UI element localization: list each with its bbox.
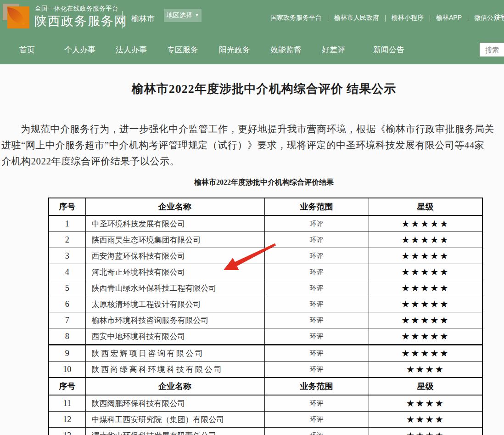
cell-no: 10 [49,362,85,378]
register-link[interactable]: 注册 [494,13,504,23]
table-row: 6 太原核清环境工程设计有限公司 环评 ★★★★★ [49,296,482,312]
cell-star-rating: ★★★★★ [369,345,482,362]
column-header-scope: 业务范围 [264,378,369,395]
column-header-no: 序号 [49,198,85,215]
cell-no: 6 [49,296,85,312]
column-header-stars: 星级 [369,378,482,395]
cell-company-name: 河北奇正环境科技有限公司 [85,264,264,280]
cell-no: 1 [49,215,85,232]
cell-company-name: 榆林市环境科技咨询服务有限公司 [85,312,264,328]
cell-star-rating: ★★★★★ [369,280,482,296]
cell-company-name: 中煤科工西安研究院（集团）有限公司 [85,412,264,428]
cell-scope: 环评 [264,395,369,412]
paragraph-line: 为规范中介服务行为，进一步强化中介监管工作，更好地提升我市营商环境，根据《榆林市… [1,121,504,137]
cell-company-name: 中圣环境科技发展有限公司 [85,215,264,232]
table-row: 2 陕西雨昊生态环境集团有限公司 环评 ★★★★★ [49,232,482,248]
table-row-highlighted: 4 河北奇正环境科技有限公司 环评 ★★★★★ [49,264,482,280]
cell-company-name: 陕西雨昊生态环境集团有限公司 [85,232,264,248]
nav-item-zone[interactable]: 专区服务 [167,45,198,55]
evaluation-table: 序号 企业名称 业务范围 星级 1 中圣环境科技发展有限公司 环评 ★★★★★ … [48,198,483,435]
cell-scope: 环评 [264,248,369,264]
current-city-label: 榆林市 [131,13,155,24]
cell-scope: 环评 [264,296,369,312]
table-row: 3 西安海蓝环保科技有限公司 环评 ★★★★★ [49,248,482,264]
column-header-stars: 星级 [369,198,482,215]
column-header-scope: 业务范围 [264,198,369,215]
table-row: 13 渭南华山环保科技发展有限责任公司 环评 ★★★★ [49,428,482,435]
cell-scope: 环评 [264,428,369,435]
cell-scope: 环评 [264,232,369,248]
cell-scope: 环评 [264,280,369,296]
cell-no: 2 [49,232,85,248]
nav-item-personal[interactable]: 个人办事 [64,45,95,55]
cell-no: 3 [49,248,85,264]
cell-star-rating: ★★★★ [369,428,482,435]
cell-scope: 环评 [264,345,369,362]
link-national-platform[interactable]: 国家政务服务平台 [264,14,328,22]
link-yulin-miniprogram[interactable]: 榆林小程序 [386,14,430,22]
table-caption: 榆林市2022年度涉批中介机构综合评价结果 [1,178,504,187]
page-title: 榆林市2022年度涉批中介机构综合评价 结果公示 [1,81,504,97]
table-row: 12 中煤科工西安研究院（集团）有限公司 环评 ★★★★ [49,412,482,428]
cell-no: 13 [49,428,85,435]
nav-item-efficiency[interactable]: 效能监督 [270,45,302,55]
platform-tagline: 全国一体化在线政务服务平台 [35,5,118,13]
table-row: 1 中圣环境科技发展有限公司 环评 ★★★★★ [49,215,482,232]
nav-item-home[interactable]: 首页 [19,45,35,55]
table-row: 11 陕西阔鹏环保科技有限公司 环评 ★★★★ [49,395,482,412]
table-row: 5 陕西青山绿水环保科技工程有限公司 环评 ★★★★★ [49,280,482,296]
cell-company-name: 西安中地环境科技有限公司 [85,328,264,345]
cell-star-rating: ★★★★★ [369,328,482,345]
table-row: 7 榆林市环境科技咨询服务有限公司 环评 ★★★★★ [49,312,482,328]
header-divider [122,11,123,28]
column-header-name: 企业名称 [85,198,264,215]
cell-scope: 环评 [264,264,369,280]
column-header-no: 序号 [49,378,85,395]
cell-company-name: 陕西宏辉项目咨询有限公司 [85,345,264,362]
cell-no: 4 [49,264,85,280]
chevron-down-icon: ▼ [195,13,199,17]
cell-scope: 环评 [264,412,369,428]
link-yulin-app[interactable]: 榆林APP [430,14,468,22]
nav-item-legal[interactable]: 法人办事 [116,45,147,55]
table-header-row-repeat: 序号 企业名称 业务范围 星级 [49,378,482,395]
nav-item-sunshine[interactable]: 阳光政务 [219,45,250,55]
cell-scope: 环评 [264,362,369,378]
link-yulin-government[interactable]: 榆林市人民政府 [328,14,385,22]
cell-no: 8 [49,328,85,345]
cell-company-name: 渭南华山环保科技发展有限责任公司 [85,428,264,435]
announcement-paragraph: 为规范中介服务行为，进一步强化中介监管工作，更好地提升我市营商环境，根据《榆林市… [1,121,504,169]
cell-star-rating: ★★★★★ [369,215,482,232]
cell-star-rating: ★★★★ [369,395,482,412]
cell-no: 12 [49,412,85,428]
cell-star-rating: ★★★★★ [369,232,482,248]
table-header-row: 序号 企业名称 业务范围 星级 [49,198,482,215]
column-header-name: 企业名称 [85,378,264,395]
cell-company-name: 陕西青山绿水环保科技工程有限公司 [85,280,264,296]
cell-company-name: 陕西阔鹏环保科技有限公司 [85,395,264,412]
paragraph-line: 介机构2022年度综合评价结果予以公示。 [1,153,504,169]
cell-company-name: 太原核清环境工程设计有限公司 [85,296,264,312]
table-row: 8 西安中地环境科技有限公司 环评 ★★★★★ [49,328,482,345]
cell-star-rating: ★★★★★ [369,264,482,280]
site-logo-icon [3,4,30,30]
region-selector-label: 地区选择 [167,11,192,20]
cell-no: 9 [49,345,85,362]
cell-no: 5 [49,280,85,296]
cell-star-rating: ★★★★★ [369,248,482,264]
site-name: 陕西政务服务网 [34,13,128,29]
cell-star-rating: ★★★★ [369,362,482,378]
nav-item-review[interactable]: 好差评 [322,45,345,55]
cell-company-name: 西安海蓝环保科技有限公司 [85,248,264,264]
nav-item-news[interactable]: 新闻公告 [373,45,404,55]
region-selector-button[interactable]: 地区选择 ▼ [164,9,202,22]
table-row: 9 陕西宏辉项目咨询有限公司 环评 ★★★★★ [49,345,482,362]
cell-scope: 环评 [264,215,369,232]
paragraph-line: 进驻“网上中介服务超市”中介机构考评管理规定（试行）》要求，现将评定的中圣环境科… [1,137,504,153]
site-header: 全国一体化在线政务服务平台 陕西政务服务网 榆林市 地区选择 ▼ 国家政务服务平… [0,0,504,64]
header-links: 国家政务服务平台 榆林市人民政府 榆林小程序 榆林APP 微信公众号 [264,14,504,22]
cell-scope: 环评 [264,328,369,345]
cell-scope: 环评 [264,312,369,328]
search-input[interactable] [480,43,504,56]
cell-no: 11 [49,395,85,412]
